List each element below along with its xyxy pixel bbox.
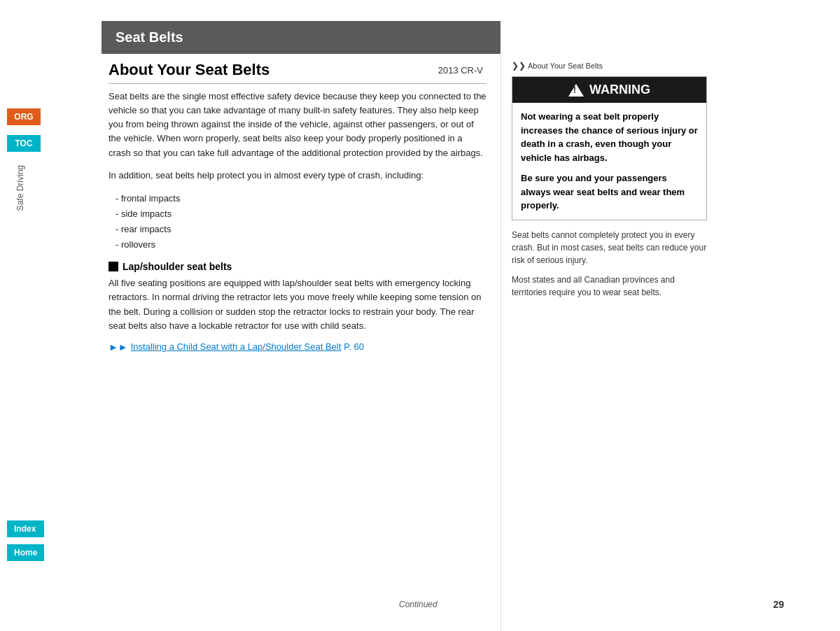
toc-button[interactable]: TOC <box>7 135 41 152</box>
home-button[interactable]: Home <box>7 544 44 561</box>
text-column: About Your Seat Belts 2013 CR-V Seat bel… <box>102 54 500 631</box>
list-item-3: - rear impacts <box>115 222 486 237</box>
warning-text-1: Not wearing a seat belt properly increas… <box>521 110 698 164</box>
list-items: - frontal impacts - side impacts - rear … <box>115 191 486 253</box>
warning-box: WARNING Not wearing a seat belt properly… <box>512 76 707 220</box>
subsection-header: Lap/shoulder seat belts <box>108 261 486 272</box>
note-text-1: Seat belts cannot completely protect you… <box>512 229 707 267</box>
note-text-2: Most states and all Canadian provinces a… <box>512 274 707 299</box>
model-year: 2013 CR-V <box>276 65 486 76</box>
warning-body: Not wearing a seat belt properly increas… <box>512 103 706 220</box>
banner-title: Seat Belts <box>115 29 183 45</box>
subsection-body: All five seating positions are equipped … <box>108 276 486 333</box>
black-square-icon <box>108 262 118 271</box>
page-container: ORG TOC Safe Driving Index Home Seat Bel… <box>0 0 840 631</box>
content-split: About Your Seat Belts 2013 CR-V Seat bel… <box>102 54 840 631</box>
section-title-row: About Your Seat Belts 2013 CR-V <box>108 61 486 84</box>
warning-header: WARNING <box>512 77 706 103</box>
subsection-title: Lap/shoulder seat belts <box>122 261 232 272</box>
right-column: ❯❯ About Your Seat Belts WARNING Not wea… <box>500 54 718 631</box>
list-item-1: - frontal impacts <box>115 191 486 206</box>
sidebar-bottom-buttons: Index Home <box>7 520 44 561</box>
body-text-2: In addition, seat belts help protect you… <box>108 169 486 183</box>
breadcrumb-bar: ❯❯ About Your Seat Belts <box>512 61 707 71</box>
warning-text-2: Be sure you and your passengers always w… <box>521 171 698 213</box>
main-content: Seat Belts About Your Seat Belts 2013 CR… <box>102 0 840 631</box>
link-text[interactable]: Installing a Child Seat with a Lap/Shoul… <box>131 341 342 352</box>
body-text-1: Seat belts are the single most effective… <box>108 90 486 160</box>
link-page: P. 60 <box>344 341 364 352</box>
sidebar: ORG TOC Safe Driving Index Home <box>0 0 102 631</box>
page-footer: Continued 29 <box>0 592 840 617</box>
link-row[interactable]: ►► Installing a Child Seat with a Lap/Sh… <box>108 341 486 353</box>
list-item-4: - rollovers <box>115 237 486 253</box>
breadcrumb-arrow-icon: ❯❯ <box>512 61 526 71</box>
warning-header-text: WARNING <box>589 83 650 97</box>
footer-page-number: 29 <box>773 599 784 610</box>
section-label: Safe Driving <box>15 165 25 211</box>
footer-continued: Continued <box>399 600 438 609</box>
warning-triangle-icon <box>568 84 584 97</box>
section-title: About Your Seat Belts <box>108 61 270 79</box>
org-button[interactable]: ORG <box>7 108 41 125</box>
index-button[interactable]: Index <box>7 520 44 537</box>
breadcrumb-text: About Your Seat Belts <box>528 62 603 70</box>
list-item-2: - side impacts <box>115 206 486 222</box>
page-header-banner: Seat Belts <box>102 21 500 54</box>
link-icon: ►► <box>108 341 128 353</box>
